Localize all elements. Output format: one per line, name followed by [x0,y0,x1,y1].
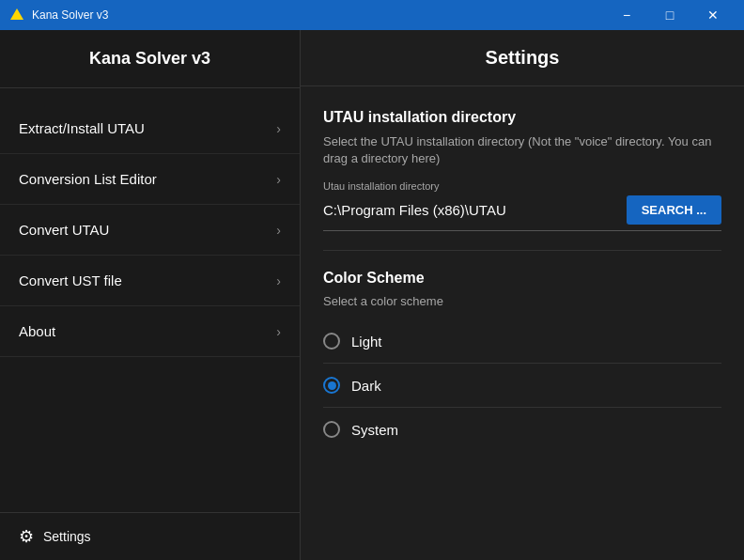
search-button[interactable]: SEARCH ... [627,195,721,225]
radio-item-light[interactable]: Light [323,319,721,364]
chevron-right-icon: › [276,273,281,288]
utau-section: UTAU installation directory Select the U… [323,109,721,231]
utau-section-desc: Select the UTAU installation directory (… [323,133,721,167]
settings-footer-label: Settings [43,529,91,544]
chevron-right-icon: › [276,223,281,238]
titlebar-title: Kana Solver v3 [32,8,605,22]
gear-icon: ⚙ [19,526,34,547]
utau-input-row: SEARCH ... [323,195,721,231]
content-area: Settings UTAU installation directory Sel… [301,30,744,560]
radio-label-light: Light [351,334,382,350]
radio-circle-light [323,333,340,350]
color-scheme-radio-group: Light Dark System [323,319,721,451]
utau-input-group: Utau installation directory SEARCH ... [323,180,721,231]
sidebar-item-convert-utau[interactable]: Convert UTAU › [0,205,300,256]
app-icon [9,8,24,23]
sidebar: Kana Solver v3 Extract/Install UTAU › Co… [0,30,301,560]
maximize-button[interactable]: □ [648,0,691,30]
chevron-right-icon: › [276,172,281,187]
sidebar-item-about[interactable]: About › [0,306,300,357]
sidebar-header: Kana Solver v3 [0,30,300,88]
section-divider [323,250,721,251]
radio-circle-system [323,421,340,438]
radio-circle-dark [323,377,340,394]
radio-item-dark[interactable]: Dark [323,364,721,408]
color-scheme-title: Color Scheme [323,270,721,287]
utau-section-title: UTAU installation directory [323,109,721,126]
chevron-right-icon: › [276,121,281,136]
content-header: Settings [301,30,744,86]
chevron-right-icon: › [276,324,281,339]
settings-footer[interactable]: ⚙ Settings [0,512,300,560]
close-button[interactable]: ✕ [691,0,735,30]
sidebar-spacer [0,88,300,103]
color-scheme-section: Color Scheme Select a color scheme Light… [323,270,721,451]
sidebar-item-extract-install-utau[interactable]: Extract/Install UTAU › [0,103,300,154]
titlebar: Kana Solver v3 − □ ✕ [0,0,744,30]
sidebar-nav: Extract/Install UTAU › Conversion List E… [0,103,300,512]
sidebar-item-convert-ust-file[interactable]: Convert UST file › [0,256,300,306]
sidebar-item-label: Extract/Install UTAU [19,120,145,136]
minimize-button[interactable]: − [605,0,648,30]
sidebar-item-label: Conversion List Editor [19,171,157,187]
utau-input-label: Utau installation directory [323,180,721,192]
content-body: UTAU installation directory Select the U… [301,86,744,560]
utau-directory-input[interactable] [323,195,627,225]
color-scheme-desc: Select a color scheme [323,294,721,308]
radio-label-dark: Dark [351,378,381,394]
sidebar-item-label: Convert UST file [19,272,122,288]
svg-marker-0 [10,8,23,20]
window-controls: − □ ✕ [605,0,735,30]
main-layout: Kana Solver v3 Extract/Install UTAU › Co… [0,30,744,560]
radio-item-system[interactable]: System [323,408,721,451]
sidebar-item-label: Convert UTAU [19,222,109,238]
sidebar-item-conversion-list-editor[interactable]: Conversion List Editor › [0,154,300,205]
sidebar-item-label: About [19,323,55,339]
radio-label-system: System [351,422,398,438]
